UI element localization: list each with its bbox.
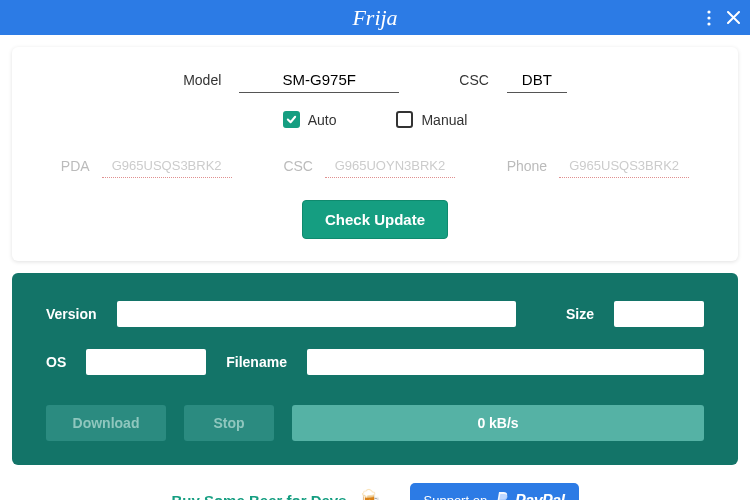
- csc-readout-label: CSC: [283, 158, 313, 174]
- result-panel: Version Size OS Filename Download Stop 0…: [12, 273, 738, 465]
- svg-point-2: [707, 22, 710, 25]
- paypal-p-icon: [495, 490, 511, 500]
- beer-link[interactable]: Buy Some Beer for Devs 🍺: [171, 488, 381, 500]
- auto-checkbox[interactable]: Auto: [283, 111, 337, 128]
- size-input[interactable]: [614, 301, 704, 327]
- manual-label: Manual: [421, 112, 467, 128]
- beer-text: Buy Some Beer for Devs: [171, 492, 346, 501]
- csc-readout-pair: CSC: [283, 154, 455, 178]
- titlebar: Frija: [0, 0, 750, 35]
- pda-pair: PDA: [61, 154, 232, 178]
- svg-point-1: [707, 16, 710, 19]
- auto-label: Auto: [308, 112, 337, 128]
- check-update-row: Check Update: [36, 200, 714, 239]
- paypal-logo: PayPal: [495, 490, 564, 500]
- version-input[interactable]: [117, 301, 516, 327]
- size-label: Size: [566, 306, 594, 322]
- csc-label: CSC: [459, 72, 489, 88]
- beer-icon: 🍺: [357, 488, 382, 500]
- os-input[interactable]: [86, 349, 206, 375]
- stop-button[interactable]: Stop: [184, 405, 274, 441]
- progress-text: 0 kB/s: [477, 415, 518, 431]
- filename-input[interactable]: [307, 349, 704, 375]
- model-csc-row: Model CSC: [36, 67, 714, 93]
- check-update-button[interactable]: Check Update: [302, 200, 448, 239]
- checkbox-checked-icon: [283, 111, 300, 128]
- action-row: Download Stop 0 kB/s: [46, 405, 704, 441]
- app-title: Frija: [352, 5, 397, 31]
- pda-input: [102, 154, 232, 178]
- query-card: Model CSC Auto Manual PDA CSC Ph: [12, 47, 738, 261]
- manual-checkbox[interactable]: Manual: [396, 111, 467, 128]
- download-button[interactable]: Download: [46, 405, 166, 441]
- support-on-text: Support on: [424, 493, 488, 501]
- progress-bar: 0 kB/s: [292, 405, 704, 441]
- readouts-row: PDA CSC Phone: [36, 154, 714, 178]
- os-label: OS: [46, 354, 66, 370]
- checkbox-unchecked-icon: [396, 111, 413, 128]
- version-label: Version: [46, 306, 97, 322]
- filename-label: Filename: [226, 354, 287, 370]
- paypal-text: PayPal: [515, 492, 564, 500]
- csc-readout-input: [325, 154, 455, 178]
- version-size-row: Version Size: [46, 301, 704, 327]
- close-icon[interactable]: [727, 11, 740, 24]
- model-label: Model: [183, 72, 221, 88]
- overflow-menu-icon[interactable]: [707, 10, 711, 26]
- support-paypal-button[interactable]: Support on PayPal: [410, 483, 579, 500]
- mode-row: Auto Manual: [36, 111, 714, 128]
- svg-point-0: [707, 10, 710, 13]
- footer: Buy Some Beer for Devs 🍺 Support on PayP…: [0, 477, 750, 500]
- csc-input[interactable]: [507, 67, 567, 93]
- os-filename-row: OS Filename: [46, 349, 704, 375]
- phone-label: Phone: [507, 158, 547, 174]
- phone-pair: Phone: [507, 154, 689, 178]
- pda-label: PDA: [61, 158, 90, 174]
- model-input[interactable]: [239, 67, 399, 93]
- phone-input: [559, 154, 689, 178]
- window-controls: [707, 10, 740, 26]
